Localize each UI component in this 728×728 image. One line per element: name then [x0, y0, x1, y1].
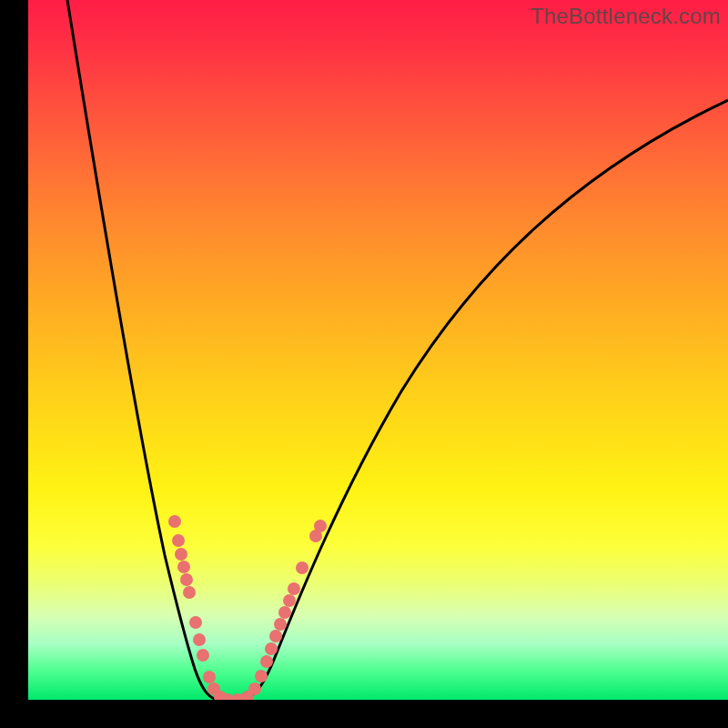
bead [189, 616, 202, 629]
bead [203, 671, 216, 683]
bead [278, 606, 291, 619]
bead-cluster [168, 515, 327, 700]
chart-area: TheBottleneck.com [28, 0, 728, 700]
right-curve [239, 100, 728, 700]
bead [177, 561, 190, 573]
bead [265, 642, 278, 655]
bead [288, 582, 300, 595]
bead [175, 548, 187, 561]
bead [296, 561, 308, 574]
left-curve [67, 0, 239, 700]
bead [168, 515, 181, 528]
bead [172, 534, 185, 547]
bead [269, 630, 282, 642]
bead [183, 586, 196, 599]
frame-border-left [0, 0, 28, 728]
bead [274, 618, 287, 631]
bead [255, 670, 268, 682]
bead [197, 649, 209, 662]
bead [180, 573, 193, 586]
bead [193, 633, 206, 646]
frame-border-bottom [0, 700, 728, 728]
bead [314, 520, 327, 532]
bead [248, 682, 261, 695]
bead [260, 655, 273, 668]
bead [283, 594, 296, 607]
chart-svg [28, 0, 728, 700]
